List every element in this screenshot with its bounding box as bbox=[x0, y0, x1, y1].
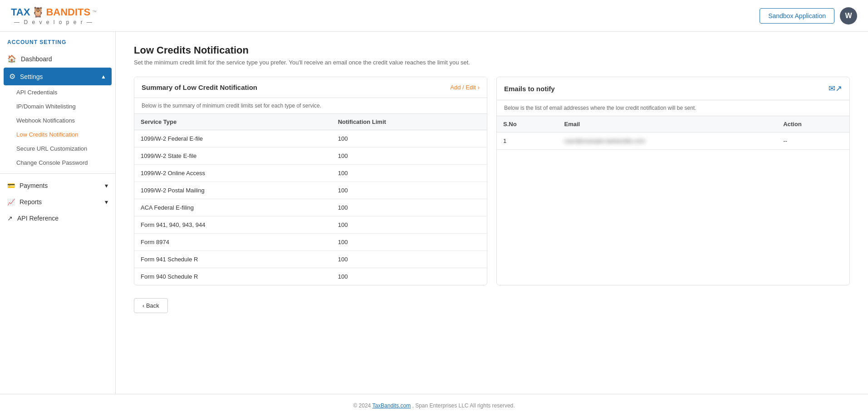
main-content: Low Credits Notification Set the minimum… bbox=[116, 32, 868, 394]
sidebar-item-api-reference[interactable]: ↗ API Reference bbox=[0, 210, 115, 226]
footer: © 2024 TaxBandits.com , Span Enterprises… bbox=[0, 394, 868, 417]
sidebar-sub-menu: API Credentials IP/Domain Whitelisting W… bbox=[0, 85, 115, 170]
payments-icon: 💳 bbox=[7, 182, 15, 189]
service-type-cell: ACA Federal E-filing bbox=[134, 199, 332, 216]
table-row: ACA Federal E-filing100 bbox=[134, 199, 487, 216]
chevron-down-payments-icon: ▾ bbox=[105, 182, 108, 189]
sidebar-item-secure-url[interactable]: Secure URL Customization bbox=[9, 142, 115, 156]
table-row: 1099/W-2 State E-file100 bbox=[134, 147, 487, 165]
page-subtitle: Set the minimum credit limit for the ser… bbox=[134, 59, 850, 66]
email-row-sno: 1 bbox=[497, 132, 558, 150]
logo-trademark: ™ bbox=[92, 10, 97, 15]
email-table: S.No Email Action 1 user@example.taxband… bbox=[497, 116, 849, 150]
sidebar-item-payments[interactable]: 💳 Payments ▾ bbox=[0, 177, 115, 194]
table-row: Form 941, 940, 943, 944100 bbox=[134, 216, 487, 234]
right-panel-header: Emails to notify ✉↗ bbox=[497, 77, 849, 100]
service-type-cell: 1099/W-2 State E-file bbox=[134, 147, 332, 165]
main-layout: ACCOUNT SETTING 🏠 Dashboard ⚙ Settings ▲… bbox=[0, 32, 868, 394]
logo-owl-icon: 🦉 bbox=[32, 6, 44, 18]
table-row: Form 8974100 bbox=[134, 234, 487, 251]
notification-limit-cell: 100 bbox=[332, 182, 487, 199]
external-link-icon: ↗ bbox=[7, 215, 13, 222]
sidebar-item-change-password[interactable]: Change Console Password bbox=[9, 156, 115, 170]
sidebar-item-dashboard[interactable]: 🏠 Dashboard bbox=[0, 50, 115, 68]
sidebar-section-title: ACCOUNT SETTING bbox=[0, 39, 115, 50]
add-edit-link[interactable]: Add / Edit › bbox=[450, 84, 480, 91]
right-panel-title: Emails to notify bbox=[504, 85, 555, 93]
add-edit-label: Add / Edit bbox=[450, 84, 476, 91]
header: TAX 🦉 BANDITS ™ — D e v e l o p e r — Sa… bbox=[0, 0, 868, 32]
table-row: 1099/W-2 Postal Mailing100 bbox=[134, 182, 487, 199]
logo: TAX 🦉 BANDITS ™ — D e v e l o p e r — bbox=[11, 6, 97, 25]
reports-icon: 📈 bbox=[7, 198, 15, 206]
left-panel: Summary of Low Credit Notification Add /… bbox=[134, 77, 487, 285]
email-value-blurred: user@example.taxbandits.com bbox=[564, 137, 646, 144]
logo-developer: — D e v e l o p e r — bbox=[14, 19, 93, 25]
sidebar-dashboard-label: Dashboard bbox=[21, 55, 52, 63]
sidebar: ACCOUNT SETTING 🏠 Dashboard ⚙ Settings ▲… bbox=[0, 32, 116, 394]
notification-limit-cell: 100 bbox=[332, 216, 487, 234]
notification-limit-cell: 100 bbox=[332, 199, 487, 216]
sidebar-divider-1 bbox=[0, 173, 115, 174]
service-type-cell: Form 941 Schedule R bbox=[134, 251, 332, 268]
logo-bandits: BANDITS bbox=[46, 6, 90, 18]
service-type-cell: 1099/W-2 Federal E-file bbox=[134, 130, 332, 147]
page-title: Low Credits Notification bbox=[134, 44, 850, 56]
user-avatar[interactable]: W bbox=[840, 7, 857, 25]
service-type-cell: Form 940 Schedule R bbox=[134, 268, 332, 285]
right-panel-description: Below is the list of email addresses whe… bbox=[497, 100, 849, 116]
footer-text-before: © 2024 bbox=[353, 402, 372, 409]
table-row: Form 940 Schedule R100 bbox=[134, 268, 487, 285]
col-sno: S.No bbox=[497, 116, 558, 132]
col-service-type: Service Type bbox=[134, 114, 332, 130]
service-type-cell: 1099/W-2 Online Access bbox=[134, 165, 332, 182]
notification-limit-cell: 100 bbox=[332, 147, 487, 165]
notification-limit-cell: 100 bbox=[332, 268, 487, 285]
chevron-down-reports-icon: ▾ bbox=[105, 198, 108, 206]
chevron-up-icon: ▲ bbox=[101, 74, 106, 80]
sidebar-item-api-credentials[interactable]: API Credentials bbox=[9, 85, 115, 99]
sidebar-item-webhook[interactable]: Webhook Notifications bbox=[9, 113, 115, 128]
sidebar-item-low-credits[interactable]: Low Credits Notification bbox=[9, 128, 115, 142]
table-row: Form 941 Schedule R100 bbox=[134, 251, 487, 268]
service-type-cell: Form 8974 bbox=[134, 234, 332, 251]
email-row-email: user@example.taxbandits.com bbox=[558, 132, 777, 150]
notification-limit-cell: 100 bbox=[332, 165, 487, 182]
sidebar-item-settings[interactable]: ⚙ Settings ▲ bbox=[4, 68, 112, 85]
settings-icon: ⚙ bbox=[9, 72, 15, 81]
notification-limit-cell: 100 bbox=[332, 234, 487, 251]
service-type-cell: 1099/W-2 Postal Mailing bbox=[134, 182, 332, 199]
sidebar-reports-label: Reports bbox=[20, 198, 42, 206]
col-notification-limit: Notification Limit bbox=[332, 114, 487, 130]
table-row: 1099/W-2 Online Access100 bbox=[134, 165, 487, 182]
left-panel-header: Summary of Low Credit Notification Add /… bbox=[134, 77, 487, 98]
back-button[interactable]: ‹ Back bbox=[134, 298, 168, 313]
sidebar-api-ref-label: API Reference bbox=[17, 215, 59, 222]
two-panel: Summary of Low Credit Notification Add /… bbox=[134, 77, 850, 285]
home-icon: 🏠 bbox=[7, 54, 16, 63]
footer-link[interactable]: TaxBandits.com bbox=[372, 402, 411, 409]
sidebar-settings-label: Settings bbox=[20, 73, 43, 80]
sidebar-payments-label: Payments bbox=[20, 182, 48, 189]
header-right: Sandbox Application W bbox=[760, 7, 857, 25]
service-type-cell: Form 941, 940, 943, 944 bbox=[134, 216, 332, 234]
logo-tax: TAX bbox=[11, 6, 30, 18]
col-email: Email bbox=[558, 116, 777, 132]
email-row-action: -- bbox=[777, 132, 849, 150]
left-panel-title: Summary of Low Credit Notification bbox=[142, 83, 257, 91]
table-row: 1 user@example.taxbandits.com -- bbox=[497, 132, 849, 150]
left-panel-description: Below is the summary of minimum credit l… bbox=[134, 98, 487, 114]
notification-limit-cell: 100 bbox=[332, 251, 487, 268]
table-row: 1099/W-2 Federal E-file100 bbox=[134, 130, 487, 147]
sandbox-button[interactable]: Sandbox Application bbox=[760, 8, 834, 24]
right-panel: Emails to notify ✉↗ Below is the list of… bbox=[496, 77, 850, 285]
col-action: Action bbox=[777, 116, 849, 132]
footer-text-after: , Span Enterprises LLC All rights reserv… bbox=[412, 402, 515, 409]
sidebar-item-reports[interactable]: 📈 Reports ▾ bbox=[0, 194, 115, 210]
notification-limit-cell: 100 bbox=[332, 130, 487, 147]
email-add-icon[interactable]: ✉↗ bbox=[829, 83, 842, 93]
sidebar-item-ip-domain[interactable]: IP/Domain Whitelisting bbox=[9, 99, 115, 113]
chevron-right-icon: › bbox=[478, 84, 480, 91]
credit-table: Service Type Notification Limit 1099/W-2… bbox=[134, 114, 487, 285]
